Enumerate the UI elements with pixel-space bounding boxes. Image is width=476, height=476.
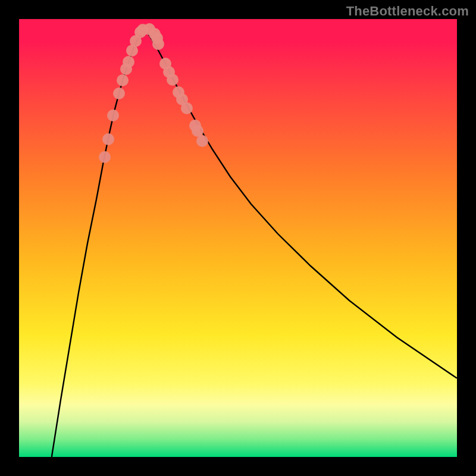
plot-area: [19, 19, 457, 457]
data-marker-left: [102, 133, 114, 145]
data-marker-left: [113, 87, 125, 99]
right-curve: [144, 27, 456, 378]
left-curve: [52, 27, 144, 456]
data-marker-bottom: [152, 38, 164, 50]
data-marker-right: [167, 74, 178, 86]
watermark-text: TheBottleneck.com: [346, 4, 469, 19]
chart-frame: TheBottleneck.com: [0, 0, 476, 476]
curve-layer: [19, 19, 457, 457]
data-marker-right: [196, 135, 208, 147]
data-marker-left: [117, 74, 129, 86]
data-marker-left: [99, 151, 111, 163]
data-marker-left: [123, 56, 134, 68]
data-marker-left: [107, 109, 119, 121]
data-marker-right: [181, 102, 193, 114]
